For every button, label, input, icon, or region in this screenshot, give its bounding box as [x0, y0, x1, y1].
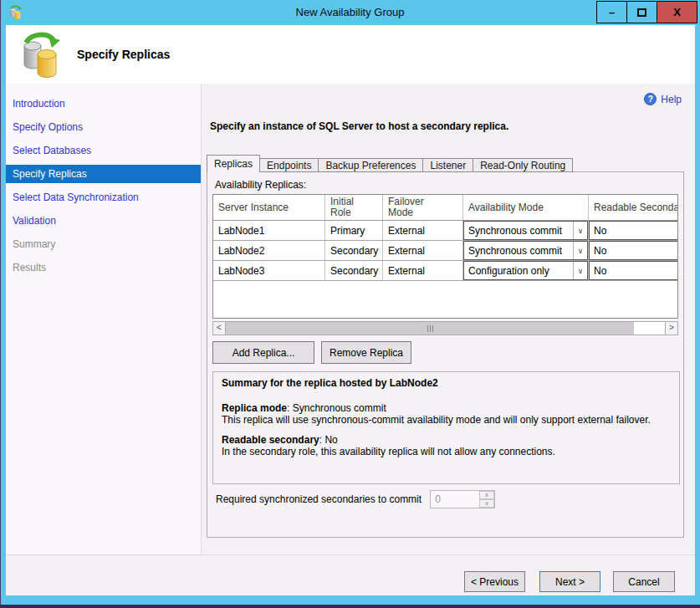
sidebar-item-select-databases[interactable]: Select Databases	[6, 139, 201, 162]
spinner-buttons: ∧ ∨	[479, 491, 494, 508]
scrollbar-thumb[interactable]	[226, 322, 634, 335]
grid-header-row: Server Instance Initial Role Failover Mo…	[213, 195, 678, 221]
dropdown-value: No	[590, 222, 678, 239]
column-header-initial-role[interactable]: Initial Role	[325, 195, 383, 220]
column-header-availability-mode[interactable]: Availability Mode	[463, 195, 589, 220]
sidebar-item-introduction[interactable]: Introduction	[6, 92, 201, 115]
availability-replicas-label: Availability Replicas:	[215, 179, 306, 191]
chevron-down-icon[interactable]: ∨	[573, 262, 587, 279]
cell-server-instance[interactable]: LabNode1	[213, 221, 325, 240]
table-row[interactable]: LabNode3 Secondary External Configuratio…	[213, 261, 678, 281]
cell-availability-mode: Synchronous commit ∨	[463, 221, 589, 240]
availability-mode-dropdown[interactable]: Synchronous commit ∨	[463, 221, 588, 240]
replicas-database-icon	[18, 31, 63, 79]
cell-availability-mode: Synchronous commit ∨	[463, 241, 589, 260]
cell-readable-secondary: No	[589, 221, 678, 240]
remove-replica-button[interactable]: Remove Replica	[321, 341, 411, 364]
minimize-button[interactable]: –	[596, 1, 627, 23]
readable-secondary-label: Readable secondary	[222, 434, 319, 446]
spin-down-icon: ∨	[485, 500, 489, 507]
horizontal-scrollbar[interactable]: < >	[212, 321, 678, 335]
cell-failover-mode: External	[383, 261, 463, 280]
window-bottom-edge	[0, 605, 700, 608]
chevron-down-icon[interactable]: ∨	[573, 242, 587, 259]
spin-up-icon: ∧	[485, 492, 489, 498]
cancel-button[interactable]: Cancel	[613, 571, 675, 592]
sidebar-item-specify-replicas[interactable]: Specify Replicas	[6, 165, 201, 183]
readable-secondary-value: : No	[319, 434, 338, 446]
column-header-server-instance[interactable]: Server Instance	[213, 195, 325, 220]
instruction-text: Specify an instance of SQL Server to hos…	[210, 120, 508, 132]
replica-mode-value: : Synchronous commit	[287, 402, 386, 414]
tab-read-only-routing[interactable]: Read-Only Routing	[473, 158, 573, 172]
readable-secondary-dropdown[interactable]: No	[589, 261, 678, 280]
scroll-left-button[interactable]: <	[212, 321, 226, 335]
window-controls: – X	[597, 1, 697, 23]
readable-secondary-dropdown[interactable]: No	[589, 241, 678, 260]
replica-mode-description: This replica will use synchronous-commit…	[222, 414, 671, 426]
sidebar-item-select-data-synchronization[interactable]: Select Data Synchronization	[6, 186, 201, 209]
sidebar-item-results: Results	[6, 256, 201, 279]
help-icon: ?	[644, 93, 657, 105]
cell-failover-mode: External	[383, 241, 463, 260]
availability-mode-dropdown[interactable]: Synchronous commit ∨	[463, 241, 588, 260]
page-title: Specify Replicas	[77, 48, 170, 61]
dropdown-value: Synchronous commit	[464, 222, 573, 239]
readable-secondary-description: In the secondary role, this availability…	[222, 446, 671, 457]
scroll-right-icon: >	[669, 323, 674, 332]
titlebar[interactable]: New Availability Group – X	[0, 0, 700, 25]
cell-server-instance[interactable]: LabNode3	[213, 261, 325, 280]
minimize-icon: –	[609, 6, 615, 18]
cell-failover-mode: External	[383, 221, 463, 240]
column-header-readable-secondary[interactable]: Readable Secondary	[589, 195, 678, 220]
add-replica-button[interactable]: Add Replica...	[212, 341, 314, 364]
tab-replicas[interactable]: Replicas	[207, 155, 260, 172]
replica-summary-box: Summary for the replica hosted by LabNod…	[212, 371, 680, 484]
help-link[interactable]: ? Help	[644, 93, 682, 105]
commit-setting-row: Required synchronized secondaries to com…	[216, 490, 495, 508]
readable-secondary-line: Readable secondary: No	[222, 434, 671, 446]
sidebar-item-validation[interactable]: Validation	[6, 209, 201, 232]
summary-title: Summary for the replica hosted by LabNod…	[222, 377, 671, 389]
help-label: Help	[661, 94, 682, 105]
replicas-tab-panel: Availability Replicas: Server Instance I…	[207, 171, 684, 538]
tab-backup-preferences[interactable]: Backup Preferences	[318, 158, 423, 172]
wizard-steps-sidebar: Introduction Specify Options Select Data…	[6, 84, 202, 554]
tab-listener[interactable]: Listener	[422, 158, 473, 172]
previous-button[interactable]: < Previous	[464, 571, 525, 592]
cell-server-instance[interactable]: LabNode2	[213, 241, 325, 260]
replica-mode-line: Replica mode: Synchronous commit	[222, 402, 671, 414]
spinner-value[interactable]: 0	[431, 491, 479, 508]
column-header-failover-mode[interactable]: Failover Mode	[383, 195, 463, 220]
spin-down-button[interactable]: ∨	[479, 499, 494, 508]
secondaries-to-commit-spinner[interactable]: 0 ∧ ∨	[430, 490, 495, 508]
close-icon: X	[673, 6, 681, 18]
chevron-down-icon[interactable]: ∨	[573, 222, 587, 239]
tab-endpoints[interactable]: Endpoints	[259, 158, 319, 172]
window-title: New Availability Group	[0, 6, 700, 18]
wizard-header: Specify Replicas	[6, 25, 695, 84]
tab-strip: Replicas Endpoints Backup Preferences Li…	[207, 155, 573, 172]
commit-setting-label: Required synchronized secondaries to com…	[216, 493, 422, 505]
cell-initial-role: Secondary	[325, 261, 383, 280]
maximize-icon	[637, 8, 646, 17]
spin-up-button[interactable]: ∧	[479, 491, 494, 499]
table-row[interactable]: LabNode1 Primary External Synchronous co…	[213, 221, 678, 241]
availability-mode-dropdown[interactable]: Configuration only ∨	[463, 261, 588, 280]
scroll-left-icon: <	[217, 323, 222, 332]
sidebar-item-summary: Summary	[6, 232, 201, 256]
next-button[interactable]: Next >	[539, 571, 600, 592]
scrollbar-track[interactable]	[226, 321, 665, 335]
close-button[interactable]: X	[657, 1, 697, 23]
maximize-button[interactable]	[626, 1, 657, 23]
table-row[interactable]: LabNode2 Secondary External Synchronous …	[213, 241, 678, 261]
wizard-content: ? Help Specify an instance of SQL Server…	[202, 84, 695, 554]
sidebar-item-specify-options[interactable]: Specify Options	[6, 115, 201, 139]
window-left-edge	[0, 0, 1, 608]
dropdown-value: No	[590, 242, 678, 259]
scroll-right-button[interactable]: >	[665, 321, 678, 335]
cell-readable-secondary: No	[589, 261, 678, 280]
replica-mode-label: Replica mode	[222, 402, 287, 414]
readable-secondary-dropdown[interactable]: No	[589, 221, 678, 240]
scrollbar-grip-icon	[430, 325, 431, 332]
